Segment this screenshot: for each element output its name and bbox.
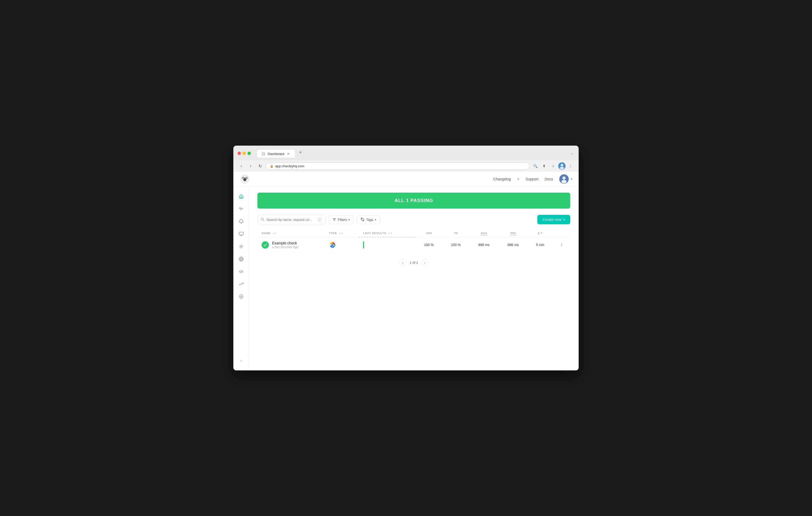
close-traffic-light[interactable] [237,152,241,155]
col-delta-t: Δ T [528,230,552,237]
sidebar-item-analytics[interactable] [235,278,247,290]
col-avg: AVG [469,230,499,237]
tag-icon [361,218,365,221]
browser-toolbar-actions: 🔍 ⬆ ☆ ⋮ [531,162,575,170]
sidebar-expand-button[interactable]: › [235,355,247,366]
user-chevron-icon: ▾ [571,177,572,181]
svg-point-26 [361,218,362,219]
next-page-button[interactable]: › [421,259,429,266]
traffic-lights [237,152,251,155]
check-type-icon [329,241,336,249]
logo-icon [240,174,250,184]
tags-button[interactable]: Tags ▾ [357,215,380,224]
svg-rect-15 [239,232,243,235]
forward-button[interactable]: › [247,162,254,170]
content-inner: ALL 1 PASSING [249,186,579,273]
svg-line-22 [263,220,264,221]
filters-chevron-icon: ▾ [348,218,350,221]
lock-icon: 🔒 [270,164,273,168]
sidebar-item-deploy[interactable] [235,291,247,302]
sidebar-item-activity[interactable] [235,203,247,215]
refresh-button[interactable]: ↻ [256,162,264,170]
window-controls: ⌄ [570,151,575,155]
check-timestamp: a few seconds ago [272,245,298,249]
svg-line-19 [241,270,241,273]
browser-titlebar: 📋 Dashboard ✕ + ⌄ [233,146,579,160]
sidebar-item-monitors[interactable] [235,228,247,240]
search-box[interactable]: / [257,215,325,224]
sidebar-item-code[interactable] [235,266,247,277]
filter-icon [332,218,336,221]
col-name[interactable]: NAME ▲▼ [257,230,325,237]
tab-bar: 📋 Dashboard ✕ + [257,149,568,158]
svg-point-10 [246,177,247,179]
create-new-button[interactable]: Create new ▾ [537,215,570,224]
sidebar-item-globe[interactable] [235,253,247,265]
filters-button[interactable]: Filters ▾ [328,215,354,224]
browser-window: 📋 Dashboard ✕ + ⌄ ‹ › ↻ 🔒 app.checklyhq.… [233,146,579,370]
new-tab-button[interactable]: + [297,149,304,156]
result-bar-1 [363,241,364,249]
check-name: Example check [272,241,298,245]
tags-chevron-icon: ▾ [375,218,376,221]
check-status-icon [262,241,269,249]
col-24h: 24H [415,230,442,237]
svg-point-11 [244,180,245,181]
svg-point-20 [241,296,242,297]
check-delta-t: 5 min [528,237,552,252]
tab-close-button[interactable]: ✕ [286,152,291,156]
fullscreen-traffic-light[interactable] [248,152,251,155]
bookmark-button[interactable]: ☆ [549,162,557,170]
search-input[interactable] [267,218,316,222]
prev-page-button[interactable]: ‹ [399,259,407,266]
active-tab[interactable]: 📋 Dashboard ✕ [257,150,295,158]
tab-title: Dashboard [268,152,284,156]
table-row[interactable]: Example check a few seconds ago [257,237,570,252]
tab-favicon-icon: 📋 [261,152,265,156]
check-avg: 888 ms [469,237,499,252]
sidebar: › [233,186,249,370]
check-p95: 888 ms [499,237,528,252]
sidebar-item-home[interactable] [235,190,247,202]
table-header: NAME ▲▼ TYPE ▲▼ LAST RESULTS ▲▼ [257,230,570,237]
col-last-results[interactable]: LAST RESULTS ▲▼ [359,230,415,237]
search-shortcut: / [318,217,322,222]
minimize-traffic-light[interactable] [242,152,246,155]
menu-button[interactable]: ⋮ [567,162,575,170]
filters-label: Filters [338,218,347,222]
support-link[interactable]: Support [526,177,539,181]
status-banner: ALL 1 PASSING [257,193,570,209]
docs-link[interactable]: Docs [545,177,553,181]
address-bar[interactable]: 🔒 app.checklyhq.com [266,162,529,170]
last-results-bar [363,241,411,249]
sort-icon: ▲▼ [272,232,277,235]
row-actions-button[interactable]: ⋮ [553,237,570,252]
topbar-right: Changelog Support Docs ▾ [493,174,572,184]
check-name-cell: Example check a few seconds ago [257,237,325,252]
url-text: app.checklyhq.com [275,164,304,168]
toolbar-left: / Filters ▾ [257,215,380,224]
svg-point-3 [560,164,563,166]
svg-point-14 [561,180,567,183]
last-results-cell [359,237,415,252]
svg-point-16 [240,246,242,247]
svg-point-9 [243,177,244,179]
col-p95: P95 [499,230,528,237]
changelog-link[interactable]: Changelog [493,177,511,181]
create-new-chevron-icon: ▾ [563,218,565,221]
back-button[interactable]: ‹ [237,162,245,170]
app-shell: Changelog Support Docs ▾ [233,172,579,370]
sidebar-item-alerts[interactable] [235,216,247,227]
share-button[interactable]: ⬆ [541,162,548,170]
create-new-label: Create new [543,217,561,222]
col-type[interactable]: TYPE ▲▼ [325,230,359,237]
last-results-sort-icon: ▲▼ [388,232,393,235]
zoom-button[interactable]: 🔍 [531,162,539,170]
pagination: ‹ 1 of 1 › [257,259,570,266]
sidebar-item-tools[interactable] [235,241,247,252]
toolbar-row: / Filters ▾ [257,215,570,224]
browser-user-avatar[interactable] [558,162,566,170]
browser-toolbar: ‹ › ↻ 🔒 app.checklyhq.com 🔍 ⬆ ☆ ⋮ [233,160,579,172]
tags-label: Tags [366,218,373,222]
user-menu[interactable]: ▾ [559,174,572,184]
